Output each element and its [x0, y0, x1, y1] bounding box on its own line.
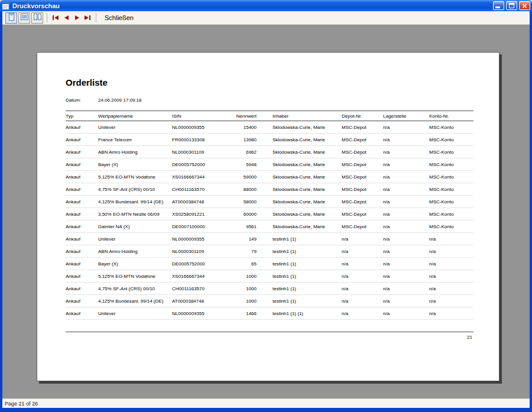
- table-row: Ankauf4,125% Bundesanl. 99/14 (DE)AT0000…: [66, 295, 473, 307]
- table-cell: MSC-Konto: [429, 121, 473, 134]
- table-cell: 88000: [231, 183, 273, 196]
- table-cell: testinh1 (1): [273, 233, 342, 245]
- table-cell: ABN Amro Holding: [98, 245, 172, 258]
- table-row: AnkaufUnileverNL0000009355149testinh1 (1…: [66, 233, 473, 245]
- minimize-button[interactable]: [493, 1, 504, 10]
- table-cell: AT0000384748: [172, 295, 231, 307]
- table-cell: Ankauf: [66, 258, 98, 270]
- table-cell: Sklodowska-Curie, Marie: [273, 196, 342, 208]
- table-cell: Sklodowska-Curie, Marie: [273, 183, 342, 196]
- table-cell: Sklodowska-Curie, Marie: [273, 121, 342, 134]
- close-preview-button[interactable]: Schließen: [101, 14, 137, 21]
- table-cell: CH0011163570: [172, 183, 231, 196]
- page-width-view-button[interactable]: [18, 12, 30, 24]
- table-cell: Ankauf: [66, 233, 98, 245]
- table-cell: n/a: [429, 295, 473, 307]
- toolbar: Schließen: [2, 11, 530, 25]
- toolbar-separator: [47, 13, 47, 22]
- table-cell: testinh1 (1): [273, 270, 342, 283]
- report-date-row: Datum: 24.06.2009 17:09:18: [66, 98, 472, 103]
- table-cell: MSC-Konto: [429, 146, 473, 158]
- table-cell: 60000: [231, 208, 273, 220]
- table-cell: n/a: [429, 245, 473, 258]
- table-cell: Ankauf: [66, 183, 98, 196]
- two-page-view-button[interactable]: [31, 12, 43, 24]
- table-cell: CH0011163570: [172, 283, 231, 295]
- toolbar-separator: [96, 13, 96, 22]
- table-cell: NL0000009355: [172, 307, 231, 320]
- table-cell: 1000: [231, 270, 273, 283]
- application-icon: [2, 2, 11, 10]
- table-cell: NL0000009355: [172, 233, 231, 245]
- table-cell: MSC-Depot: [342, 146, 383, 158]
- table-cell: 79: [231, 245, 273, 258]
- table-cell: MSC-Depot: [342, 220, 383, 233]
- table-cell: XS0166667344: [172, 171, 231, 183]
- table-cell: MSC-Depot: [342, 171, 383, 183]
- table-cell: MSC-Konto: [429, 158, 473, 171]
- table-cell: n/a: [429, 270, 473, 283]
- table-cell: Bayer (X): [98, 158, 172, 171]
- first-page-button[interactable]: [51, 12, 60, 24]
- report-date-value: 24.06.2009 17:09:18: [98, 98, 141, 103]
- table-cell: n/a: [342, 283, 383, 295]
- close-button[interactable]: ×: [519, 1, 530, 10]
- table-cell: ABN Amro Holding: [98, 146, 172, 158]
- table-cell: FR0000133308: [172, 134, 231, 146]
- table-cell: n/a: [342, 270, 383, 283]
- column-header: Inhaber: [273, 111, 342, 121]
- table-cell: 65: [231, 258, 273, 270]
- table-cell: n/a: [383, 183, 429, 196]
- table-cell: MSC-Konto: [429, 220, 473, 233]
- column-header: Typ: [66, 111, 98, 121]
- table-cell: 1000: [231, 283, 273, 295]
- table-cell: Unilever: [98, 121, 172, 134]
- table-row: AnkaufUnileverNL00000093551466testinh1 (…: [66, 307, 473, 320]
- last-page-icon: [85, 15, 90, 20]
- table-cell: Sklodowska-Curie, Marie: [273, 134, 342, 146]
- table-cell: n/a: [429, 258, 473, 270]
- column-header: ISIN: [172, 111, 231, 121]
- table-cell: n/a: [342, 307, 383, 320]
- next-page-icon: [75, 15, 79, 20]
- table-cell: Ankauf: [66, 220, 98, 233]
- table-cell: Unilever: [98, 307, 172, 320]
- table-cell: n/a: [383, 270, 429, 283]
- table-cell: XS0166667344: [172, 270, 231, 283]
- table-cell: testinh1 (1): [273, 283, 342, 295]
- table-cell: 4,75% SF-Anl (CRS) 00/10: [98, 183, 172, 196]
- table-row: AnkaufBayer (X)DE00057520005948Sklodowsk…: [66, 158, 473, 171]
- table-cell: Ankauf: [66, 196, 98, 208]
- table-cell: Ankauf: [66, 295, 98, 307]
- window-title: Druckvorschau: [12, 2, 491, 9]
- table-cell: MSC-Konto: [429, 134, 473, 146]
- titlebar[interactable]: Druckvorschau ×: [0, 0, 532, 11]
- table-cell: 3,50% EO-MTN Nestle 06/09: [98, 208, 172, 220]
- whole-page-view-button[interactable]: [5, 12, 17, 24]
- table-cell: 6962: [231, 146, 273, 158]
- next-page-button[interactable]: [72, 12, 82, 24]
- table-cell: MSC-Depot: [342, 196, 383, 208]
- table-cell: 5,125% EO-MTN Vodafone: [98, 171, 172, 183]
- table-cell: Sklodowska-Curie, Marie: [273, 220, 342, 233]
- table-cell: testinh1 (1) (1): [273, 307, 342, 320]
- table-cell: n/a: [429, 233, 473, 245]
- table-cell: Daimler NA (X): [98, 220, 172, 233]
- maximize-button[interactable]: [506, 1, 517, 10]
- table-cell: MSC-Konto: [429, 208, 473, 220]
- table-cell: NL0000009355: [172, 121, 231, 134]
- report-date-label: Datum:: [66, 98, 98, 103]
- last-page-button[interactable]: [83, 12, 92, 24]
- previous-page-button[interactable]: [61, 12, 71, 24]
- table-cell: 9561: [231, 220, 273, 233]
- table-cell: 1000: [231, 295, 273, 307]
- table-cell: n/a: [342, 295, 383, 307]
- table-cell: DE0005752000: [172, 158, 231, 171]
- table-cell: DE0007100000: [172, 220, 231, 233]
- table-cell: 4,125% Bundesanl. 99/14 (DE): [98, 295, 172, 307]
- table-cell: n/a: [383, 121, 429, 134]
- table-row: Ankauf5,125% EO-MTN VodafoneXS0166667344…: [66, 171, 473, 183]
- table-cell: Sklodowska-Curie, Marie: [273, 146, 342, 158]
- table-cell: 5,125% EO-MTN Vodafone: [98, 270, 172, 283]
- table-cell: Ankauf: [66, 134, 98, 146]
